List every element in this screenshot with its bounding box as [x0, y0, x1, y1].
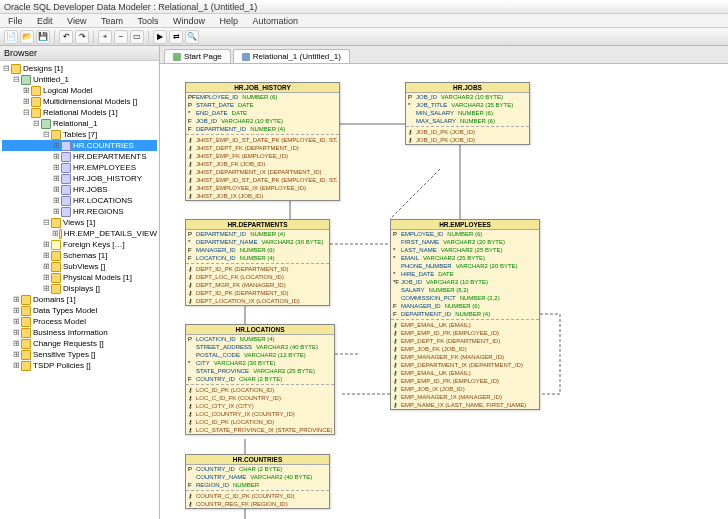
tool-save-icon[interactable]: 💾 [36, 30, 50, 44]
tool-zoom-out-icon[interactable]: − [114, 30, 128, 44]
column-row: *DEPARTMENT_NAMEVARCHAR2 (30 BYTE) [186, 238, 329, 246]
column-row: PDEPARTMENT_IDNUMBER (4) [186, 230, 329, 238]
entity-header: HR.JOB_HISTORY [186, 83, 339, 93]
index-row: ⚷EMP_MANAGER_FK (MANAGER_ID) [391, 353, 539, 361]
menu-edit[interactable]: Edit [31, 14, 59, 28]
entity-columns: PLOCATION_IDNUMBER (4)STREET_ADDRESSVARC… [186, 335, 334, 434]
entity-departments[interactable]: HR.DEPARTMENTS PDEPARTMENT_IDNUMBER (4)*… [185, 219, 330, 306]
index-row: ⚷DEPT_LOCATION_IX (LOCATION_ID) [186, 297, 329, 305]
tree-foreign-keys[interactable]: ⊞Foreign Keys […] [2, 239, 157, 250]
column-row: FMANAGER_IDNUMBER (6) [186, 246, 329, 254]
tool-fit-icon[interactable]: ▭ [130, 30, 144, 44]
tree-table-countries[interactable]: ⊞HR.COUNTRIES [2, 140, 157, 151]
entity-locations[interactable]: HR.LOCATIONS PLOCATION_IDNUMBER (4)STREE… [185, 324, 335, 435]
entity-header: HR.EMPLOYEES [391, 220, 539, 230]
tab-start-page[interactable]: Start Page [164, 49, 231, 63]
tree-logical-model[interactable]: ⊞Logical Model [2, 85, 157, 96]
toolbar: 📄 📂 💾 ↶ ↷ + − ▭ ▶ ⇄ 🔍 [0, 28, 728, 46]
browser-panel: Browser ⊟Designs [1] ⊟Untitled_1 ⊞Logica… [0, 46, 160, 519]
index-row: ⚷JHIST_DEPARTMENT_IX (DEPARTMENT_ID) [186, 168, 339, 176]
tool-open-icon[interactable]: 📂 [20, 30, 34, 44]
tree-displays[interactable]: ⊞Displays [] [2, 283, 157, 294]
tab-relational-1[interactable]: Relational_1 (Untitled_1) [233, 49, 350, 63]
tool-search-icon[interactable]: 🔍 [185, 30, 199, 44]
index-row: ⚷COUNTR_REG_FK (REGION_ID) [186, 500, 329, 508]
menu-automation[interactable]: Automation [247, 14, 305, 28]
tree-sensitive-types[interactable]: ⊞Sensitive Types [] [2, 349, 157, 360]
svg-line-4 [390, 169, 440, 219]
column-row: MIN_SALARYNUMBER (6) [406, 109, 529, 117]
tool-zoom-in-icon[interactable]: + [98, 30, 112, 44]
tree-change-requests[interactable]: ⊞Change Requests [] [2, 338, 157, 349]
tree-table-departments[interactable]: ⊞HR.DEPARTMENTS [2, 151, 157, 162]
menu-help[interactable]: Help [214, 14, 245, 28]
menu-window[interactable]: Window [167, 14, 211, 28]
column-row: *LAST_NAMEVARCHAR2 (25 BYTE) [391, 246, 539, 254]
tree-tsdp-policies[interactable]: ⊞TSDP Policies [] [2, 360, 157, 371]
diagram-canvas[interactable]: HR.JOB_HISTORY PFEMPLOYEE_IDNUMBER (6)PS… [160, 64, 728, 519]
entity-jobs[interactable]: HR.JOBS PJOB_IDVARCHAR2 (10 BYTE)*JOB_TI… [405, 82, 530, 145]
column-row: MAX_SALARYNUMBER (6) [406, 117, 529, 125]
entity-columns: PJOB_IDVARCHAR2 (10 BYTE)*JOB_TITLEVARCH… [406, 93, 529, 144]
tree-table-regions[interactable]: ⊞HR.REGIONS [2, 206, 157, 217]
tree-views[interactable]: ⊟Views [1] [2, 217, 157, 228]
tree-relational-models[interactable]: ⊟Relational Models [1] [2, 107, 157, 118]
entity-job-history[interactable]: HR.JOB_HISTORY PFEMPLOYEE_IDNUMBER (6)PS… [185, 82, 340, 201]
tree-table-job-history[interactable]: ⊞HR.JOB_HISTORY [2, 173, 157, 184]
column-row: PEMPLOYEE_IDNUMBER (6) [391, 230, 539, 238]
tree-subviews[interactable]: ⊞SubViews [] [2, 261, 157, 272]
tree-view-emp-details[interactable]: ⊞HR.EMP_DETAILS_VIEW [2, 228, 157, 239]
column-row: FDEPARTMENT_IDNUMBER (4) [391, 310, 539, 318]
menu-file[interactable]: File [2, 14, 29, 28]
tree-domains[interactable]: ⊞Domains [1] [2, 294, 157, 305]
index-row: ⚷JHIST_EMP_ID_ST_DATE_PK (EMPLOYEE_ID, S… [186, 136, 339, 144]
entity-header: HR.COUNTRIES [186, 455, 329, 465]
tree-business-info[interactable]: ⊞Business Information [2, 327, 157, 338]
menu-view[interactable]: View [61, 14, 92, 28]
entity-columns: PEMPLOYEE_IDNUMBER (6)FIRST_NAMEVARCHAR2… [391, 230, 539, 409]
tree-process-model[interactable]: ⊞Process Model [2, 316, 157, 327]
column-row: FCOUNTRY_IDCHAR (2 BYTE) [186, 375, 334, 383]
tool-undo-icon[interactable]: ↶ [59, 30, 73, 44]
tree-table-employees[interactable]: ⊞HR.EMPLOYEES [2, 162, 157, 173]
tree-multidim[interactable]: ⊞Multidimensional Models [] [2, 96, 157, 107]
tree-schemas[interactable]: ⊞Schemas [1] [2, 250, 157, 261]
index-row: ⚷EMP_DEPARTMENT_IX (DEPARTMENT_ID) [391, 361, 539, 369]
index-row: ⚷EMP_DEPT_FK (DEPARTMENT_ID) [391, 337, 539, 345]
index-row: ⚷LOC_C_ID_FK (COUNTRY_ID) [186, 394, 334, 402]
entity-header: HR.LOCATIONS [186, 325, 334, 335]
index-row: ⚷DEPT_LOC_FK (LOCATION_ID) [186, 273, 329, 281]
index-row: ⚷DEPT_ID_PK (DEPARTMENT_ID) [186, 265, 329, 273]
tree-designs[interactable]: ⊟Designs [1] [2, 63, 157, 74]
tool-redo-icon[interactable]: ↷ [75, 30, 89, 44]
column-row: *EMAILVARCHAR2 (25 BYTE) [391, 254, 539, 262]
tool-compare-icon[interactable]: ⇄ [169, 30, 183, 44]
entity-header: HR.DEPARTMENTS [186, 220, 329, 230]
tree-data-types[interactable]: ⊞Data Types Model [2, 305, 157, 316]
tool-ddl-icon[interactable]: ▶ [153, 30, 167, 44]
column-row: *CITYVARCHAR2 (30 BYTE) [186, 359, 334, 367]
tree-relational-1[interactable]: ⊟Relational_1 [2, 118, 157, 129]
tool-new-icon[interactable]: 📄 [4, 30, 18, 44]
entity-employees[interactable]: HR.EMPLOYEES PEMPLOYEE_IDNUMBER (6)FIRST… [390, 219, 540, 410]
window-titlebar: Oracle SQL Developer Data Modeler : Rela… [0, 0, 728, 14]
tree-table-locations[interactable]: ⊞HR.LOCATIONS [2, 195, 157, 206]
entity-countries[interactable]: HR.COUNTRIES PCOUNTRY_IDCHAR (2 BYTE)COU… [185, 454, 330, 509]
index-row: ⚷JHIST_JOB_FK (JOB_ID) [186, 160, 339, 168]
index-row: ⚷LOC_ID_PK (LOCATION_ID) [186, 386, 334, 394]
index-row: ⚷LOC_ID_PK (LOCATION_ID) [186, 418, 334, 426]
menu-team[interactable]: Team [95, 14, 129, 28]
object-tree[interactable]: ⊟Designs [1] ⊟Untitled_1 ⊞Logical Model … [0, 61, 159, 373]
index-row: ⚷LOC_COUNTRY_IX (COUNTRY_ID) [186, 410, 334, 418]
index-row: ⚷JOB_ID_PK (JOB_ID) [406, 128, 529, 136]
tree-design-untitled[interactable]: ⊟Untitled_1 [2, 74, 157, 85]
tree-tables[interactable]: ⊟Tables [7] [2, 129, 157, 140]
tree-table-jobs[interactable]: ⊞HR.JOBS [2, 184, 157, 195]
tree-physical-models[interactable]: ⊞Physical Models [1] [2, 272, 157, 283]
column-row: PLOCATION_IDNUMBER (4) [186, 335, 334, 343]
column-row: *END_DATEDATE [186, 109, 339, 117]
menu-tools[interactable]: Tools [131, 14, 164, 28]
diagram-icon [242, 53, 250, 61]
column-row: FDEPARTMENT_IDNUMBER (4) [186, 125, 339, 133]
index-row: ⚷EMP_EMP_ID_PK (EMPLOYEE_ID) [391, 377, 539, 385]
